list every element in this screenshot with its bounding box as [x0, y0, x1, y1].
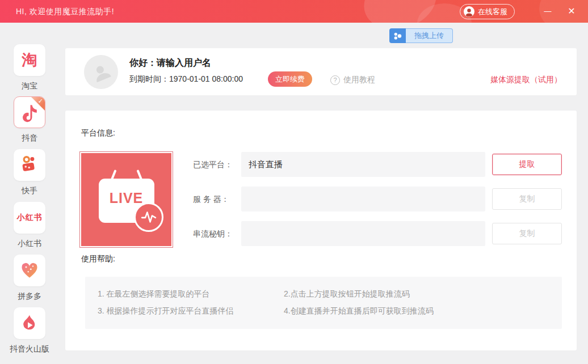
taobao-icon: 淘 [14, 44, 45, 76]
sidebar-item-pinduoduo[interactable]: 拼多多 [0, 255, 59, 302]
renew-button[interactable]: 立即续费 [268, 71, 312, 87]
question-icon: ? [330, 75, 340, 85]
sidebar-item-xiaohongshu[interactable]: 小红书 小红书 [0, 202, 59, 249]
platform-info-title: 平台信息: [81, 128, 115, 138]
check-icon: ✓ [38, 98, 43, 105]
online-support-button[interactable]: 在线客服 [460, 4, 515, 19]
sidebar-item-label: 小红书 [0, 239, 59, 249]
tutorial-link[interactable]: ? 使用教程 [330, 75, 375, 85]
sidebar-item-label: 抖音火山版 [0, 344, 59, 354]
user-info-panel: 你好：请输入用户名 到期时间：1970-01-01 08:00:00 立即续费 … [65, 48, 577, 95]
copy-stream-key-button[interactable]: 复制 [492, 223, 562, 244]
minimize-icon: — [544, 7, 552, 15]
pulse-icon [134, 202, 163, 232]
close-button[interactable]: ✕ [564, 5, 579, 18]
sidebar-item-label: 拼多多 [0, 291, 59, 302]
minimize-button[interactable]: — [540, 5, 555, 18]
live-tv-icon: LIVE [99, 179, 154, 223]
sidebar-item-douyin[interactable]: ✓ 抖音 [0, 96, 59, 143]
drag-upload-label: 拖拽上传 [406, 28, 453, 43]
live-platform-image: LIVE [79, 151, 173, 248]
help-item-2: 2.点击上方提取按钮开始提取推流码 [284, 289, 562, 299]
expire-time: 到期时间：1970-01-01 08:00:00 [129, 74, 243, 84]
kuaishou-icon [14, 149, 45, 181]
server-input[interactable] [241, 187, 485, 211]
server-label: 服 务 器： [193, 194, 229, 205]
customer-service-icon [464, 6, 474, 17]
selected-platform-label: 已选平台： [193, 160, 233, 170]
help-box: 1. 在最左侧选择需要提取的平台 2.点击上方提取按钮开始提取推流码 3. 根据… [85, 277, 562, 329]
help-item-4: 4.创建直播并开始直播后即可获取到推流码 [284, 306, 562, 316]
titlebar: HI, 欢迎使用魔豆推流助手! 在线客服 — ✕ [0, 0, 588, 23]
sidebar-item-label: 快手 [0, 186, 59, 196]
online-support-label: 在线客服 [478, 7, 507, 17]
app-window: HI, 欢迎使用魔豆推流助手! 在线客服 — ✕ 拖拽上传 [0, 0, 588, 364]
stream-key-label: 串流秘钥： [193, 229, 233, 239]
upload-cluster-icon [389, 28, 406, 43]
help-item-3: 3. 根据操作提示打开对应平台直播伴侣 [98, 306, 284, 316]
help-item-1: 1. 在最左侧选择需要提取的平台 [98, 289, 284, 299]
sidebar-item-douyin-huoshan[interactable]: 抖音火山版 [0, 307, 59, 354]
stream-key-input[interactable] [241, 221, 485, 246]
copy-server-button[interactable]: 复制 [492, 188, 562, 210]
close-icon: ✕ [568, 6, 575, 16]
titlebar-greeting: HI, 欢迎使用魔豆推流助手! [16, 7, 114, 17]
avatar [84, 55, 118, 89]
drag-upload-button[interactable]: 拖拽上传 [389, 28, 453, 43]
media-source-extract-link[interactable]: 媒体源提取（试用） [490, 75, 562, 85]
pinduoduo-icon [14, 255, 45, 286]
sidebar-item-taobao[interactable]: 淘 淘宝 [0, 44, 59, 91]
help-title: 使用帮助: [81, 254, 115, 264]
sidebar-item-label: 抖音 [0, 133, 59, 143]
platform-info-panel: 平台信息: LIVE 已选平台： 提取 服 务 器： [65, 111, 577, 350]
tutorial-label: 使用教程 [343, 75, 375, 85]
douyin-icon: ✓ [14, 96, 45, 128]
huoshan-flame-icon [14, 307, 45, 339]
sidebar-item-kuaishou[interactable]: 快手 [0, 149, 59, 196]
selected-platform-input[interactable] [241, 152, 485, 177]
user-greeting: 你好：请输入用户名 [129, 57, 211, 69]
extract-button[interactable]: 提取 [492, 154, 562, 175]
sidebar-item-label: 淘宝 [0, 81, 59, 91]
xiaohongshu-icon: 小红书 [14, 202, 45, 234]
